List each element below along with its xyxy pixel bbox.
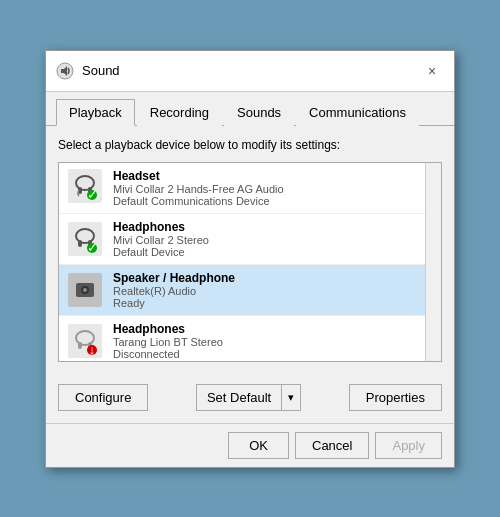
device-list: ✓ Headset Mivi Collar 2 Hands-Free AG Au…: [58, 162, 442, 362]
svg-text:↓: ↓: [89, 342, 96, 357]
scrollbar[interactable]: [425, 163, 441, 361]
tab-recording[interactable]: Recording: [137, 99, 222, 126]
ok-button[interactable]: OK: [228, 432, 289, 459]
instruction-text: Select a playback device below to modify…: [58, 138, 442, 152]
tab-communications[interactable]: Communications: [296, 99, 419, 126]
device-icon-headphones-disconnected: ↓: [67, 323, 103, 359]
device-info: Headset Mivi Collar 2 Hands-Free AG Audi…: [113, 169, 433, 207]
action-bar: Configure Set Default ▾ Properties: [46, 374, 454, 423]
device-icon-headphones: ✓: [67, 221, 103, 257]
device-name: Headphones: [113, 322, 433, 336]
device-status: Ready: [113, 297, 433, 309]
set-default-dropdown[interactable]: ▾: [281, 384, 301, 411]
device-desc: Mivi Collar 2 Hands-Free AG Audio: [113, 183, 433, 195]
device-status: Default Device: [113, 246, 433, 258]
device-name: Headphones: [113, 220, 433, 234]
device-item[interactable]: ✓ Headset Mivi Collar 2 Hands-Free AG Au…: [59, 163, 441, 214]
tab-playback[interactable]: Playback: [56, 99, 135, 126]
device-info: Headphones Mivi Collar 2 Stereo Default …: [113, 220, 433, 258]
svg-text:✓: ✓: [87, 240, 98, 255]
device-item-selected[interactable]: Speaker / Headphone Realtek(R) Audio Rea…: [59, 265, 441, 316]
configure-button[interactable]: Configure: [58, 384, 148, 411]
device-desc: Tarang Lion BT Stereo: [113, 336, 433, 348]
dialog-footer: OK Cancel Apply: [46, 423, 454, 467]
svg-text:✓: ✓: [87, 187, 98, 202]
device-item[interactable]: ✓ Headphones Mivi Collar 2 Stereo Defaul…: [59, 214, 441, 265]
cancel-button[interactable]: Cancel: [295, 432, 369, 459]
apply-button[interactable]: Apply: [375, 432, 442, 459]
title-bar: Sound ×: [46, 51, 454, 92]
device-name: Headset: [113, 169, 433, 183]
close-button[interactable]: ×: [420, 59, 444, 83]
device-desc: Mivi Collar 2 Stereo: [113, 234, 433, 246]
device-desc: Realtek(R) Audio: [113, 285, 433, 297]
properties-button[interactable]: Properties: [349, 384, 442, 411]
sound-dialog: Sound × Playback Recording Sounds Commun…: [45, 50, 455, 468]
set-default-button[interactable]: Set Default: [196, 384, 281, 411]
tab-sounds[interactable]: Sounds: [224, 99, 294, 126]
device-icon-headset: ✓: [67, 170, 103, 206]
tab-bar: Playback Recording Sounds Communications: [46, 92, 454, 126]
device-status: Default Communications Device: [113, 195, 433, 207]
svg-rect-18: [68, 324, 102, 358]
sound-icon: [56, 62, 74, 80]
tab-content: Select a playback device below to modify…: [46, 126, 454, 374]
device-name: Speaker / Headphone: [113, 271, 433, 285]
device-item[interactable]: ↓ Headphones Tarang Lion BT Stereo Disco…: [59, 316, 441, 362]
svg-point-17: [83, 288, 87, 292]
set-default-group: Set Default ▾: [196, 384, 301, 411]
svg-rect-10: [78, 240, 82, 247]
svg-rect-20: [78, 342, 82, 349]
device-status: Disconnected: [113, 348, 433, 360]
device-info: Speaker / Headphone Realtek(R) Audio Rea…: [113, 271, 433, 309]
device-icon-speaker: [67, 272, 103, 308]
device-info: Headphones Tarang Lion BT Stereo Disconn…: [113, 322, 433, 360]
dialog-title: Sound: [82, 63, 420, 78]
